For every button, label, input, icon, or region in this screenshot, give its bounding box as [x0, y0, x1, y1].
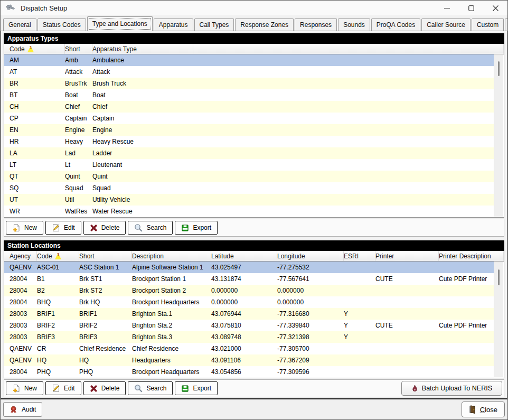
tab-responses[interactable]: Responses	[295, 18, 337, 31]
column-header-longitude[interactable]: Longitude	[277, 251, 344, 261]
tab-custom[interactable]: Custom	[472, 18, 504, 31]
column-header-printer[interactable]: Printer	[375, 251, 439, 261]
table-row[interactable]: QAENV HQ HQ Headquarters 43.091106 -77.3…	[4, 354, 494, 366]
tab-label: Apparatus	[159, 21, 188, 29]
close-button[interactable]: Close	[462, 402, 505, 417]
table-row[interactable]: 28004 B2 Brk ST2 Brockport Station 2 0.0…	[4, 285, 494, 296]
delete-button[interactable]: Delete	[83, 221, 126, 235]
cell-printer-description	[439, 285, 494, 296]
cell-agency: 28004	[10, 366, 37, 378]
cell-latitude: 43.076944	[211, 308, 277, 320]
table-row[interactable]: HR Heavy Heavy Rescue	[4, 136, 494, 147]
new-button[interactable]: New	[6, 221, 43, 235]
column-header-printer-description[interactable]: Printer Description	[439, 251, 504, 261]
scrollbar-thumb[interactable]	[498, 269, 500, 285]
column-header-code[interactable]: Code1	[37, 251, 79, 261]
audit-button[interactable]: Audit	[3, 402, 42, 417]
column-header-agency[interactable]: Agency	[10, 251, 37, 261]
minimize-icon	[444, 5, 450, 11]
cell-blank	[193, 147, 494, 159]
cell-short: Quint	[65, 171, 92, 182]
cell-longitude: -77.367209	[277, 354, 344, 366]
tab-response-zones[interactable]: Response Zones	[235, 18, 294, 31]
table-row[interactable]: WR WatRes Water Rescue	[4, 206, 494, 217]
export-button[interactable]: Export	[175, 221, 218, 235]
cell-short: Boat	[65, 89, 92, 101]
minimize-button[interactable]	[435, 1, 459, 15]
delete-button[interactable]: Delete	[83, 381, 126, 395]
table-row[interactable]: CH Chief Chief	[4, 101, 494, 113]
cell-esri: Y	[344, 308, 375, 320]
export-button[interactable]: Export	[175, 381, 218, 395]
table-row[interactable]: 28003 BRIF2 BRIF2 Brighton Sta.2 43.0758…	[4, 320, 494, 331]
column-header-esri[interactable]: ESRI	[344, 251, 375, 261]
edit-button[interactable]: Edit	[45, 381, 81, 395]
tab-general[interactable]: General	[3, 18, 36, 31]
table-row[interactable]: 28004 BHQ Brk HQ Brockport Headquarters …	[4, 296, 494, 308]
close-window-button[interactable]	[483, 1, 507, 15]
tab-label: Status Codes	[43, 21, 81, 29]
batch-upload-neris-button[interactable]: Batch Upload To NERIS	[401, 381, 502, 396]
table-row[interactable]: 28003 BRIF1 BRIF1 Brighton Sta.1 43.0769…	[4, 308, 494, 320]
table-row[interactable]: AT Attack Attack	[4, 66, 494, 78]
flame-icon	[411, 385, 418, 393]
column-header-code[interactable]: Code1	[10, 44, 65, 54]
tab-type-and-locations[interactable]: Type and Locations	[87, 16, 153, 31]
column-header-short[interactable]: Short	[65, 44, 92, 54]
cell-printer-description: Cute PDF Printer	[439, 273, 494, 285]
table-row[interactable]: QAENV ASC-01 ASC Station 1 Alpine Softwa…	[4, 262, 494, 273]
table-row[interactable]: 28003 BRIF3 BRIF3 Brighton Sta.3 43.0897…	[4, 331, 494, 343]
tab-caller-source[interactable]: Caller Source	[421, 18, 471, 31]
cell-short: Attack	[65, 66, 92, 78]
tab-call-types[interactable]: Call Types	[194, 18, 234, 31]
new-button[interactable]: New	[6, 381, 43, 395]
tab-proqa-medical[interactable]: ProQA-Medical	[505, 18, 508, 31]
cell-code: WR	[10, 206, 65, 217]
search-button[interactable]: Search	[128, 221, 173, 235]
tab-sounds[interactable]: Sounds	[338, 18, 370, 31]
cell-longitude: -77.567641	[277, 273, 344, 285]
apparatus-vertical-scrollbar[interactable]	[494, 55, 503, 217]
maximize-button[interactable]	[459, 1, 483, 15]
column-header-apparatus-type[interactable]: Apparatus Type	[92, 44, 193, 54]
table-row[interactable]: QAENV CR Chief Residence Chief Residence…	[4, 343, 494, 354]
cell-code: LA	[10, 147, 65, 159]
tab-status-codes[interactable]: Status Codes	[37, 18, 86, 31]
edit-button[interactable]: Edit	[45, 221, 81, 235]
cell-longitude: -77.275532	[277, 262, 344, 273]
cell-short: Chief Residence	[79, 343, 132, 354]
cell-description: Brighton Sta.3	[132, 331, 211, 343]
cell-code: HQ	[37, 354, 79, 366]
table-row[interactable]: LT Lt Lieutenant	[4, 159, 494, 171]
cell-blank	[193, 113, 494, 124]
table-row[interactable]: LA Lad Ladder	[4, 147, 494, 159]
tab-apparatus[interactable]: Apparatus	[154, 18, 193, 31]
table-row[interactable]: SQ Squad Squad	[4, 182, 494, 194]
column-header-latitude[interactable]: Latitude	[211, 251, 277, 261]
scrollbar-thumb[interactable]	[498, 61, 500, 76]
tab-proqa-codes[interactable]: ProQA Codes	[371, 18, 420, 31]
stations-vertical-scrollbar[interactable]	[494, 262, 503, 377]
apparatus-types-section-header: Apparatus Types	[4, 33, 504, 44]
table-row[interactable]: EN Engine Engine	[4, 124, 494, 136]
cell-esri	[344, 354, 375, 366]
table-row[interactable]: UT Util Utility Vehicle	[4, 194, 494, 206]
stations-table-body: QAENV ASC-01 ASC Station 1 Alpine Softwa…	[4, 262, 494, 378]
delete-x-icon	[90, 224, 98, 232]
type-and-locations-panel: Apparatus Types Code1 Short Apparatus Ty…	[1, 31, 507, 399]
cell-description: Brockport Headquarters	[132, 366, 211, 378]
table-row[interactable]: BT Boat Boat	[4, 89, 494, 101]
cell-description: Brockport Station 1	[132, 273, 211, 285]
column-header-description[interactable]: Description	[132, 251, 211, 261]
search-button[interactable]: Search	[128, 381, 173, 395]
table-row[interactable]: AM Amb Ambulance	[4, 54, 494, 66]
cell-latitude: 43.025497	[211, 262, 277, 273]
table-row[interactable]: CP Captain Captain	[4, 113, 494, 124]
table-row[interactable]: QT Quint Quint	[4, 171, 494, 182]
cell-blank	[193, 206, 494, 217]
table-row[interactable]: BR BrusTrk Brush Truck	[4, 78, 494, 89]
table-row[interactable]: 28004 PHQ PHQ Brockport Headquarters 43.…	[4, 366, 494, 378]
apparatus-table-body: AM Amb Ambulance AT Attack Attack BR	[4, 54, 494, 217]
column-header-short[interactable]: Short	[79, 251, 132, 261]
table-row[interactable]: 28004 B1 Brk ST1 Brockport Station 1 43.…	[4, 273, 494, 285]
